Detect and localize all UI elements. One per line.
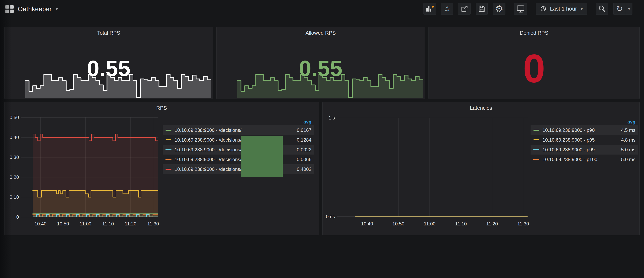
panel-total-rps: Total RPS 0.55: [4, 27, 213, 99]
settings-button[interactable]: ⚙: [493, 3, 506, 15]
panel-title-latencies[interactable]: Latencies: [322, 105, 640, 111]
refresh-interval-dropdown[interactable]: ▾: [626, 3, 632, 14]
latencies-legend: avg 10.10.69.238:9000 - p904.5 ms10.10.6…: [530, 118, 638, 164]
navbar-actions: ☆ ⚙ Last 1 hour ▾: [424, 3, 632, 15]
navbar: Oathkeeper ▾ ☆ ⚙: [0, 0, 644, 18]
series-color-dash: [166, 159, 172, 160]
legend-row[interactable]: 10.10.69.238:9000 - p904.5 ms: [530, 125, 638, 135]
legend-series-avg-value: 0.0066: [293, 157, 312, 162]
legend-row[interactable]: 10.10.69.238:9000 - p954.8 ms: [530, 135, 638, 145]
panel-title-denied-rps[interactable]: Denied RPS: [429, 30, 640, 36]
stat-value-allowed-rps: 0.55: [216, 57, 425, 80]
legend-series-label: 10.10.69.238:9000 - p90: [542, 127, 595, 133]
latencies-plot-area[interactable]: [337, 118, 528, 217]
legend-row[interactable]: 10.10.69.238:9000 - /decisions/0.0066: [163, 155, 314, 164]
legend-row[interactable]: 10.10.69.238:9000 - /decisions/0.0022: [163, 145, 314, 155]
legend-series-avg-value: 4.5 ms: [617, 127, 636, 133]
gear-icon: ⚙: [495, 4, 503, 13]
panel-title-rps[interactable]: RPS: [4, 105, 318, 111]
rps-legend: avg 10.10.69.238:9000 - /decisions/0.016…: [163, 118, 314, 174]
legend-row[interactable]: 10.10.69.238:9000 - /decisions/0.4002: [163, 164, 314, 174]
save-icon: [478, 5, 486, 12]
legend-series-label: 10.10.69.238:9000 - /decisions/: [175, 167, 242, 172]
legend-series-avg-value: 0.1284: [293, 137, 312, 143]
series-color-dash: [533, 159, 539, 160]
stat-value-total-rps: 0.55: [4, 57, 213, 80]
legend-series-label: 10.10.69.238:9000 - /decisions/: [175, 137, 242, 143]
save-button[interactable]: [476, 3, 488, 15]
refresh-button-group: ↻ ▾: [613, 3, 632, 15]
legend-series-avg-value: 5.0 ms: [617, 157, 636, 162]
series-color-dash: [166, 139, 172, 140]
dashboard-grid-icon: [5, 5, 14, 13]
legend-row[interactable]: 10.10.69.238:9000 - p1005.0 ms: [530, 155, 638, 164]
latencies-chart: [337, 118, 528, 217]
caret-down-icon: ▾: [628, 6, 630, 11]
legend-series-avg-value: 5.0 ms: [617, 147, 636, 153]
green-overlay-region: [241, 136, 283, 177]
legend-series-label: 10.10.69.238:9000 - p100: [542, 157, 597, 162]
legend-rows: 10.10.69.238:9000 - /decisions/0.016710.…: [163, 125, 314, 174]
legend-row[interactable]: 10.10.69.238:9000 - /decisions/0.0167: [163, 125, 314, 135]
legend-series-avg-value: 4.8 ms: [617, 137, 636, 143]
star-button[interactable]: ☆: [441, 3, 453, 15]
refresh-icon: ↻: [616, 5, 623, 13]
legend-avg-header[interactable]: avg: [163, 118, 314, 125]
legend-series-label: 10.10.69.238:9000 - p95: [542, 137, 595, 143]
panel-title-total-rps[interactable]: Total RPS: [4, 30, 213, 36]
add-panel-icon: [426, 5, 434, 12]
legend-rows: 10.10.69.238:9000 - p904.5 ms10.10.69.23…: [530, 125, 638, 164]
rps-plot-area[interactable]: [21, 117, 158, 217]
series-color-dash: [166, 130, 172, 131]
legend-series-avg-value: 0.4002: [293, 167, 312, 172]
series-color-dash: [166, 149, 172, 150]
series-color-dash: [533, 149, 539, 150]
series-color-dash: [533, 130, 539, 131]
caret-down-icon: ▾: [56, 7, 58, 11]
add-panel-button[interactable]: [424, 3, 436, 15]
time-range-picker[interactable]: Last 1 hour ▾: [536, 3, 588, 15]
legend-row[interactable]: 10.10.69.238:9000 - /decisions/0.1284: [163, 135, 314, 145]
caret-down-icon: ▾: [580, 6, 583, 11]
zoom-out-icon: [598, 5, 606, 12]
legend-series-label: 10.10.69.238:9000 - /decisions/: [175, 147, 242, 153]
legend-avg-header[interactable]: avg: [530, 118, 638, 125]
monitor-icon: [516, 5, 525, 13]
panel-allowed-rps: Allowed RPS 0.55: [216, 27, 425, 99]
series-color-dash: [533, 139, 539, 140]
refresh-button[interactable]: ↻: [614, 3, 626, 14]
legend-series-avg-value: 0.0022: [293, 147, 312, 153]
legend-series-label: 10.10.69.238:9000 - p99: [542, 147, 595, 153]
tv-mode-button[interactable]: [514, 3, 527, 15]
star-icon: ☆: [443, 4, 451, 13]
rps-chart: [21, 117, 158, 217]
time-range-label: Last 1 hour: [550, 6, 577, 12]
clock-icon: [540, 6, 546, 12]
stat-value-denied-rps: 0: [429, 49, 640, 88]
dashboard-title: Oathkeeper: [18, 5, 52, 13]
legend-series-avg-value: 0.0167: [293, 127, 312, 133]
zoom-out-button[interactable]: [596, 3, 608, 15]
legend-series-label: 10.10.69.238:9000 - /decisions/: [175, 127, 242, 133]
legend-row[interactable]: 10.10.69.238:9000 - p995.0 ms: [530, 145, 638, 155]
legend-series-label: 10.10.69.238:9000 - /decisions/: [175, 157, 242, 162]
dashboard-title-button[interactable]: Oathkeeper ▾: [5, 0, 58, 18]
panel-title-allowed-rps[interactable]: Allowed RPS: [216, 30, 425, 36]
series-color-dash: [166, 169, 172, 170]
share-button[interactable]: [458, 3, 470, 15]
panel-denied-rps: Denied RPS 0: [428, 27, 640, 99]
share-icon: [460, 5, 468, 12]
